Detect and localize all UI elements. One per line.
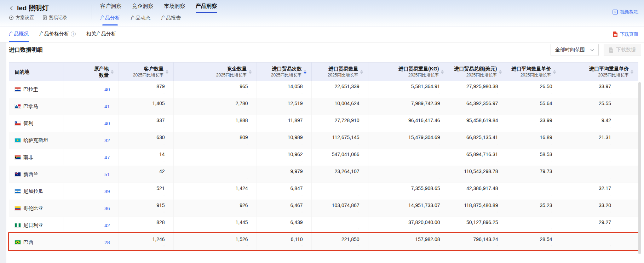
growth-rate-value: - [312, 192, 360, 198]
metric-cell: 10,962- [257, 149, 311, 166]
plan-settings-button[interactable]: 方案设置 [9, 15, 34, 21]
table-row: 巴西281,246-1,526-6,110-221,850-157,982.08… [9, 234, 638, 251]
origin-count-link[interactable]: 28 [104, 240, 110, 245]
metric-value: 14 [119, 151, 165, 158]
origin-count-link[interactable]: 40 [104, 87, 110, 92]
metric-value [312, 219, 360, 225]
origin-count-link[interactable]: 42 [104, 223, 110, 228]
trade-count-link[interactable]: 6,110 [257, 236, 303, 242]
sort-icon[interactable] [166, 70, 168, 74]
download-page-button[interactable]: 下载页面 [613, 31, 638, 38]
col-header-competitor-count[interactable]: 竞企数量2025同比增长率 [173, 63, 257, 81]
video-tutorial-button[interactable]: 视频教程 [613, 9, 638, 15]
tab-customer-insight[interactable]: 客户洞察 [100, 3, 121, 13]
growth-rate-value: - [561, 141, 611, 147]
metric-cell: 1,888- [173, 115, 257, 132]
trade-count-link[interactable]: 12,519 [257, 100, 303, 107]
tab-product-overview[interactable]: 产品概况 [9, 27, 29, 42]
tab-competitor-insight[interactable]: 竞企洞察 [132, 3, 153, 13]
growth-rate-value: - [368, 192, 440, 198]
country-name: 巴西 [23, 239, 33, 246]
sort-icon[interactable] [441, 70, 444, 74]
metric-cell: 5,581,364.91- [368, 81, 449, 98]
sort-icon[interactable] [111, 70, 114, 74]
metric-cell: 879- [119, 81, 173, 98]
growth-rate-value: - [312, 175, 360, 181]
sort-icon[interactable] [553, 70, 556, 74]
growth-rate-value: - [119, 124, 165, 130]
metric-cell: 337- [119, 115, 173, 132]
trade-count-link[interactable]: 10,962 [257, 151, 303, 158]
trade-count-link[interactable]: 6,439 [257, 219, 303, 225]
metric-value: 25.55 [561, 100, 611, 107]
metric-cell: 37,820,040.00- [368, 217, 449, 234]
growth-rate-value: - [312, 141, 360, 147]
growth-rate-value: - [507, 124, 552, 130]
origin-count-link[interactable]: 40 [104, 121, 110, 126]
metric-cell: - [368, 166, 449, 183]
metric-value: 110,543,298.78 [449, 168, 498, 175]
trade-count-link[interactable]: 6,467 [257, 202, 303, 208]
trade-count-link[interactable]: 9,979 [257, 168, 303, 175]
metric-value: 33.20 [561, 202, 611, 208]
trade-count-link[interactable]: 14,058 [257, 83, 303, 90]
time-range-select[interactable]: 全部时间范围 [551, 44, 599, 56]
metric-value: 16.89 [507, 134, 552, 141]
metric-cell: - [173, 149, 257, 166]
sort-icon[interactable] [360, 70, 363, 74]
growth-rate-value: - [119, 141, 165, 147]
origin-count-link[interactable]: 41 [104, 104, 110, 109]
col-header-customer-count[interactable]: 客户数量2025同比增长率 [119, 63, 173, 81]
metric-cell: 96,416,417.46- [368, 115, 449, 132]
vertical-scrollbar[interactable] [638, 82, 641, 254]
col-header-origin-count[interactable]: 原产地数量 [63, 63, 119, 81]
tab-product-analysis[interactable]: 产品分析 [100, 15, 120, 21]
col-header-import-trade-count[interactable]: 进口贸易次数2025同比增长率 [257, 63, 311, 81]
metric-value [561, 168, 611, 175]
country-name: 新西兰 [23, 171, 38, 178]
excel-file-icon [609, 47, 614, 53]
flag-icon-za [15, 155, 21, 160]
origin-count-link[interactable]: 51 [104, 172, 110, 177]
country-name: 智利 [23, 120, 33, 127]
growth-rate-value: - [368, 243, 440, 248]
sort-icon-active-desc[interactable] [304, 70, 306, 74]
download-data-button[interactable]: 下载数据 [604, 44, 641, 56]
metric-cell: - [173, 166, 257, 183]
col-header-avg-weight-price[interactable]: 进口平均重量单价2025同比增长率 [561, 63, 638, 81]
col-header-import-trade-weight[interactable]: 进口贸易重量(KG)2025同比增长率 [368, 63, 449, 81]
back-icon[interactable] [8, 5, 14, 11]
tab-related-products[interactable]: 相关产品分析 [86, 27, 116, 42]
origin-count-link[interactable]: 39 [104, 189, 110, 194]
tab-product-insight[interactable]: 产品洞察 [196, 3, 217, 13]
tab-market-insight[interactable]: 市场洞察 [164, 3, 185, 13]
sort-icon[interactable] [249, 70, 252, 74]
tab-price-analysis[interactable]: 产品价格分析i [39, 27, 76, 42]
trade-count-link[interactable]: 6,847 [257, 185, 303, 191]
col-header-avg-quantity-price[interactable]: 进口平均数量单价2025同比增长率 [507, 63, 561, 81]
country-name: 哈萨克斯坦 [23, 137, 48, 144]
tab-product-dynamics[interactable]: 产品动态 [131, 15, 150, 21]
secondary-tabs: 产品分析 产品动态 产品报告 [100, 15, 181, 21]
flag-icon-py [15, 87, 21, 92]
origin-count-link[interactable]: 36 [104, 206, 110, 211]
metric-value [174, 168, 248, 175]
country-name: 尼日利亚 [23, 222, 43, 229]
trade-count-link[interactable]: 11,897 [257, 117, 303, 124]
col-header-import-trade-quantity[interactable]: 进口贸易数量2025同比增长率 [311, 63, 368, 81]
col-header-import-trade-amount[interactable]: 进口贸易总额(美元)2025同比增长率 [449, 63, 507, 81]
growth-rate-value: - [174, 124, 248, 130]
destination-cell: 巴西 [9, 234, 63, 251]
tab-product-report[interactable]: 产品报告 [161, 15, 181, 21]
metric-value: 926 [174, 202, 248, 208]
destination-cell: 巴拉圭 [9, 81, 63, 98]
trade-count-link[interactable]: 10,989 [257, 134, 303, 141]
destination-cell: 哈萨克斯坦 [9, 132, 63, 149]
sort-icon[interactable] [499, 70, 502, 74]
origin-count-link[interactable]: 47 [104, 155, 110, 160]
trade-records-button[interactable]: 贸易记录 [42, 15, 67, 21]
growth-rate-value: - [449, 158, 498, 164]
origin-count-link[interactable]: 32 [104, 138, 110, 143]
sort-icon[interactable] [631, 70, 633, 74]
metric-value: 828 [119, 219, 165, 225]
